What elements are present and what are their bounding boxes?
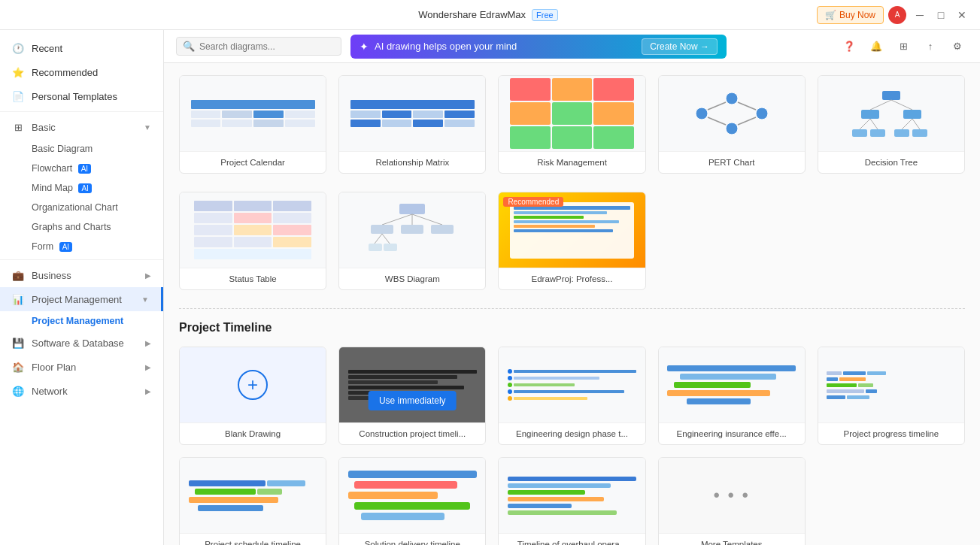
sidebar-label-basic: Basic: [32, 122, 56, 133]
card-thumb-progress: [818, 347, 964, 422]
maximize-button[interactable]: □: [932, 6, 950, 24]
sidebar-label-recommended: Recommended: [32, 67, 98, 78]
card-solution[interactable]: Solution delivery timeline: [338, 457, 486, 545]
svg-point-2: [726, 123, 738, 135]
svg-line-24: [412, 214, 442, 225]
top-grid: Project Calendar: [179, 75, 965, 174]
sidebar-item-recent[interactable]: 🕐 Recent: [0, 36, 163, 60]
card-schedule[interactable]: Project schedule timeline: [179, 457, 326, 545]
star-icon: ⭐: [12, 66, 24, 78]
sidebar-label-personal: Personal Templates: [32, 91, 117, 102]
sidebar-item-software[interactable]: 💾 Software & Database ▶: [0, 331, 163, 355]
svg-rect-13: [894, 129, 909, 137]
cart-icon: 🛒: [825, 10, 836, 20]
svg-rect-11: [852, 129, 867, 137]
apps-button[interactable]: ⊞: [893, 36, 914, 57]
card-pert-chart[interactable]: PERT Chart: [658, 75, 806, 174]
card-edrawproj[interactable]: Recommended EdrawProj: Profess...: [498, 192, 645, 290]
sidebar-item-floor-plan[interactable]: 🏠 Floor Plan ▶: [0, 355, 163, 379]
card-thumb-construction: Use immediately: [339, 347, 485, 422]
notification-button[interactable]: 🔔: [866, 36, 887, 57]
sidebar-item-form[interactable]: Form AI: [0, 237, 163, 256]
avatar[interactable]: A: [887, 5, 908, 26]
briefcase-icon: 💼: [12, 269, 24, 281]
svg-line-15: [870, 100, 891, 110]
plus-icon: +: [238, 370, 268, 400]
svg-rect-26: [401, 225, 423, 234]
card-label-more: More Templates: [659, 533, 805, 545]
card-thumb-risk-management: [499, 76, 645, 151]
card-thumb-pert-chart: [659, 76, 805, 151]
sidebar-item-flowchart[interactable]: Flowchart AI: [0, 159, 163, 178]
svg-rect-9: [861, 110, 879, 119]
card-thumb-wbs-diagram: [339, 192, 485, 268]
sidebar-item-project-mgmt-sub[interactable]: Project Management: [0, 311, 163, 331]
close-button[interactable]: ✕: [953, 6, 971, 24]
card-label-pert-chart: PERT Chart: [659, 151, 805, 173]
sidebar-item-basic-diagram[interactable]: Basic Diagram: [0, 139, 163, 159]
card-blank-drawing[interactable]: + Blank Drawing: [179, 347, 326, 445]
card-more-templates[interactable]: • • • More Templates: [658, 457, 806, 545]
svg-line-20: [912, 119, 920, 129]
svg-line-4: [708, 102, 726, 110]
card-relationship-matrix[interactable]: Relationship Matrix: [338, 75, 486, 174]
create-now-button[interactable]: Create Now →: [642, 38, 718, 55]
card-label-engineering: Engineering design phase t...: [499, 422, 645, 444]
main-content: 🔍 ✦ AI drawing helps open your mind Crea…: [164, 30, 980, 545]
sidebar-item-personal[interactable]: 📄 Personal Templates: [0, 84, 163, 108]
ai-badge-mind-map: AI: [78, 183, 91, 193]
card-progress[interactable]: Project progress timeline: [818, 347, 965, 445]
sidebar-label-mind-map: Mind Map: [32, 183, 73, 193]
titlebar-center: Wondershare EdrawMax Free: [418, 9, 557, 21]
sidebar-item-business[interactable]: 💼 Business ▶: [0, 263, 163, 287]
sidebar-label-org-chart: Organizational Chart: [32, 202, 118, 213]
help-button[interactable]: ❓: [839, 36, 860, 57]
ai-banner[interactable]: ✦ AI drawing helps open your mind Create…: [350, 35, 727, 59]
middle-grid: Status Table: [179, 192, 965, 290]
sidebar-label-business: Business: [32, 270, 71, 281]
card-overhaul[interactable]: Timeline of overhaul opera...: [498, 457, 645, 545]
svg-rect-8: [882, 91, 900, 100]
sidebar-item-recommended[interactable]: ⭐ Recommended: [0, 60, 163, 84]
sidebar-item-network[interactable]: 🌐 Network ▶: [0, 379, 163, 403]
sidebar-item-basic[interactable]: ⊞ Basic ▼: [0, 115, 163, 139]
sidebar-label-flowchart: Flowchart: [32, 163, 72, 174]
card-thumb-project-calendar: [180, 76, 326, 151]
card-decision-tree[interactable]: Decision Tree: [818, 75, 965, 174]
buy-now-button[interactable]: 🛒 Buy Now: [817, 6, 884, 24]
card-insurance[interactable]: Engineering insurance effe...: [658, 347, 806, 445]
svg-line-28: [375, 234, 382, 244]
search-box[interactable]: 🔍: [176, 37, 341, 56]
ai-star-icon: ✦: [360, 41, 369, 53]
clock-icon: 🕐: [12, 42, 24, 54]
sidebar-item-mind-map[interactable]: Mind Map AI: [0, 178, 163, 198]
use-immediately-button[interactable]: Use immediately: [369, 391, 457, 410]
settings-button[interactable]: ⚙: [947, 36, 968, 57]
sidebar-item-org-chart[interactable]: Organizational Chart: [0, 198, 163, 217]
card-thumb-decision-tree: [818, 76, 964, 151]
sidebar-item-project-mgmt[interactable]: 📊 Project Management ▼: [0, 287, 163, 311]
share-button[interactable]: ↑: [920, 36, 941, 57]
sidebar-item-graphs[interactable]: Graphs and Charts: [0, 217, 163, 237]
search-input[interactable]: [199, 41, 327, 52]
code-icon: 💾: [12, 337, 24, 349]
card-thumb-status-table: [180, 192, 326, 268]
middle-section: Status Table: [179, 192, 965, 290]
card-engineering[interactable]: Free: [498, 347, 645, 445]
svg-line-6: [738, 102, 756, 110]
card-status-table[interactable]: Status Table: [179, 192, 326, 290]
card-risk-management[interactable]: Risk Management: [498, 75, 645, 174]
card-wbs-diagram[interactable]: WBS Diagram: [338, 192, 486, 290]
card-label-solution: Solution delivery timeline: [339, 533, 485, 545]
sidebar-label-software: Software & Database: [32, 338, 124, 349]
minimize-button[interactable]: ─: [911, 6, 929, 24]
card-construction[interactable]: Free Use immediately: [338, 347, 486, 445]
card-project-calendar[interactable]: Project Calendar: [179, 75, 326, 174]
card-label-overhaul: Timeline of overhaul opera...: [499, 533, 645, 545]
file-icon: 📄: [12, 90, 24, 102]
svg-point-3: [756, 107, 768, 120]
svg-line-17: [860, 119, 870, 129]
top-section: Project Calendar: [179, 75, 965, 174]
svg-line-29: [382, 234, 390, 244]
card-thumb-overhaul: [499, 458, 645, 533]
